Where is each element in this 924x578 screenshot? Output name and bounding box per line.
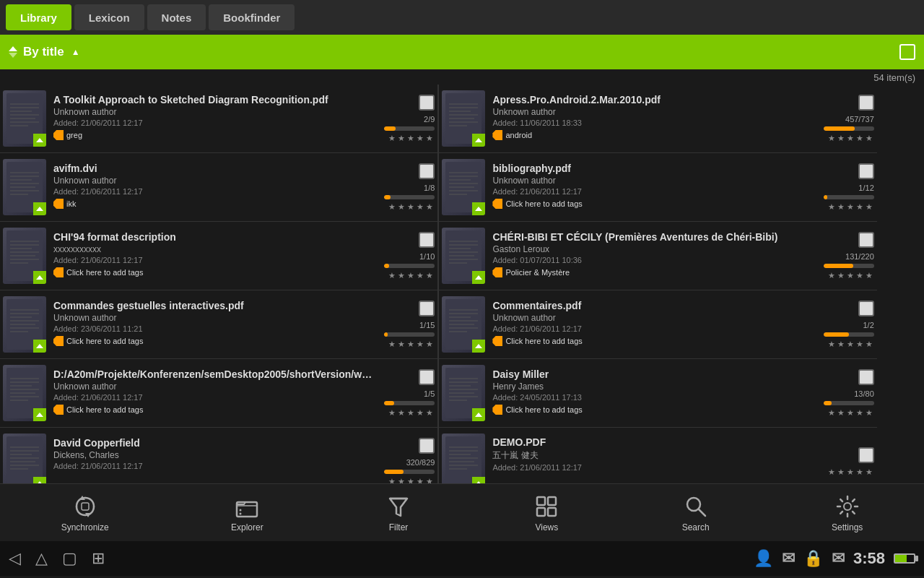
book-tag[interactable]: android <box>492 130 532 140</box>
book-rating[interactable]: ★★★★★ <box>828 467 874 476</box>
star-4[interactable]: ★ <box>856 408 865 417</box>
star-5[interactable]: ★ <box>426 340 435 348</box>
book-select-checkbox[interactable] <box>419 438 435 454</box>
star-5[interactable]: ★ <box>426 408 435 417</box>
star-3[interactable]: ★ <box>847 467 855 476</box>
star-1[interactable]: ★ <box>388 271 397 280</box>
star-5[interactable]: ★ <box>866 134 874 142</box>
star-1[interactable]: ★ <box>828 134 837 142</box>
star-5[interactable]: ★ <box>866 202 874 211</box>
star-2[interactable]: ★ <box>398 134 406 142</box>
star-4[interactable]: ★ <box>856 134 865 142</box>
book-rating[interactable]: ★★★★★ <box>388 477 435 483</box>
list-item[interactable]: avifm.dviUnknown authorAdded: 21/06/2011… <box>0 153 437 222</box>
list-item[interactable]: bibliography.pdfUnknown authorAdded: 21/… <box>439 153 876 222</box>
star-5[interactable]: ★ <box>866 340 874 348</box>
book-rating[interactable]: ★★★★★ <box>828 340 874 348</box>
tab-library[interactable]: Library <box>6 4 71 30</box>
star-3[interactable]: ★ <box>847 340 855 348</box>
sort-direction-toggle[interactable] <box>9 46 17 58</box>
book-rating[interactable]: ★★★★★ <box>828 202 874 211</box>
book-select-checkbox[interactable] <box>419 301 435 316</box>
star-2[interactable]: ★ <box>398 271 406 280</box>
star-1[interactable]: ★ <box>828 340 837 348</box>
star-2[interactable]: ★ <box>398 477 406 483</box>
star-5[interactable]: ★ <box>866 271 874 280</box>
star-3[interactable]: ★ <box>407 408 416 417</box>
star-3[interactable]: ★ <box>407 477 416 483</box>
list-item[interactable]: DEMO.PDF五十嵐 健夫Added: 21/06/2011 12:17★★★… <box>439 428 876 483</box>
star-1[interactable]: ★ <box>388 134 397 142</box>
star-5[interactable]: ★ <box>426 271 435 280</box>
star-4[interactable]: ★ <box>417 340 425 348</box>
tab-lexicon[interactable]: Lexicon <box>74 4 144 30</box>
home-icon[interactable]: △ <box>35 549 48 568</box>
book-select-checkbox[interactable] <box>858 447 874 463</box>
star-3[interactable]: ★ <box>847 202 855 211</box>
star-4[interactable]: ★ <box>856 202 865 211</box>
nav-synchronize[interactable]: Synchronize <box>47 493 123 532</box>
star-3[interactable]: ★ <box>407 340 416 348</box>
star-2[interactable]: ★ <box>837 408 846 417</box>
star-2[interactable]: ★ <box>398 340 406 348</box>
star-1[interactable]: ★ <box>388 202 397 211</box>
book-rating[interactable]: ★★★★★ <box>388 134 435 142</box>
star-2[interactable]: ★ <box>837 202 846 211</box>
star-2[interactable]: ★ <box>837 467 846 476</box>
star-1[interactable]: ★ <box>828 408 837 417</box>
star-5[interactable]: ★ <box>426 477 435 483</box>
star-3[interactable]: ★ <box>407 202 416 211</box>
recents-icon[interactable]: ▢ <box>62 549 77 568</box>
star-4[interactable]: ★ <box>417 477 425 483</box>
book-tag[interactable]: Click here to add tags <box>492 199 582 209</box>
book-rating[interactable]: ★★★★★ <box>388 408 435 417</box>
star-1[interactable]: ★ <box>828 271 837 280</box>
book-tag[interactable]: ikk <box>53 199 76 209</box>
star-1[interactable]: ★ <box>828 202 837 211</box>
nav-search[interactable]: Search <box>668 493 724 532</box>
book-select-checkbox[interactable] <box>858 95 874 111</box>
book-rating[interactable]: ★★★★★ <box>828 408 874 417</box>
book-select-checkbox[interactable] <box>419 232 435 248</box>
star-3[interactable]: ★ <box>847 134 855 142</box>
book-select-checkbox[interactable] <box>419 369 435 385</box>
book-rating[interactable]: ★★★★★ <box>388 340 435 348</box>
star-2[interactable]: ★ <box>398 202 406 211</box>
book-select-checkbox[interactable] <box>419 95 435 111</box>
book-tag[interactable]: Policier & Mystère <box>492 267 570 277</box>
star-2[interactable]: ★ <box>837 134 846 142</box>
star-4[interactable]: ★ <box>856 340 865 348</box>
book-tag[interactable]: Click here to add tags <box>492 336 582 346</box>
star-3[interactable]: ★ <box>407 271 416 280</box>
list-item[interactable]: CHÉRI-BIBI ET CÉCILY (Premières Aventure… <box>439 222 876 290</box>
book-select-checkbox[interactable] <box>858 369 874 385</box>
book-tag[interactable]: Click here to add tags <box>53 267 143 277</box>
star-4[interactable]: ★ <box>417 408 425 417</box>
star-5[interactable]: ★ <box>866 467 874 476</box>
star-5[interactable]: ★ <box>426 134 435 142</box>
star-4[interactable]: ★ <box>417 134 425 142</box>
sort-label[interactable]: By title <box>23 45 64 59</box>
list-item[interactable]: David CopperfieldDickens, CharlesAdded: … <box>0 428 437 483</box>
star-3[interactable]: ★ <box>407 134 416 142</box>
back-icon[interactable]: ◁ <box>9 549 21 568</box>
list-item[interactable]: CHI'94 format descriptionxxxxxxxxxxxAdde… <box>0 222 437 290</box>
star-1[interactable]: ★ <box>828 467 837 476</box>
nav-settings[interactable]: Settings <box>817 493 877 532</box>
star-3[interactable]: ★ <box>847 408 855 417</box>
nav-explorer[interactable]: Explorer <box>217 493 278 532</box>
nav-views[interactable]: Views <box>519 493 574 532</box>
list-item[interactable]: Daisy MillerHenry JamesAdded: 24/05/2011… <box>439 359 876 428</box>
book-rating[interactable]: ★★★★★ <box>388 271 435 280</box>
list-item[interactable]: Apress.Pro.Android.2.Mar.2010.pdfUnknown… <box>439 85 876 153</box>
star-2[interactable]: ★ <box>837 271 846 280</box>
star-3[interactable]: ★ <box>847 271 855 280</box>
book-rating[interactable]: ★★★★★ <box>828 134 874 142</box>
book-tag[interactable]: Click here to add tags <box>492 405 582 415</box>
book-tag[interactable]: Click here to add tags <box>53 405 143 415</box>
book-rating[interactable]: ★★★★★ <box>388 202 435 211</box>
book-rating[interactable]: ★★★★★ <box>828 271 874 280</box>
star-4[interactable]: ★ <box>417 271 425 280</box>
list-item[interactable]: D:/A20m/Projekte/Konferenzen/semDesktop2… <box>0 359 437 428</box>
select-all-checkbox[interactable] <box>899 44 915 60</box>
